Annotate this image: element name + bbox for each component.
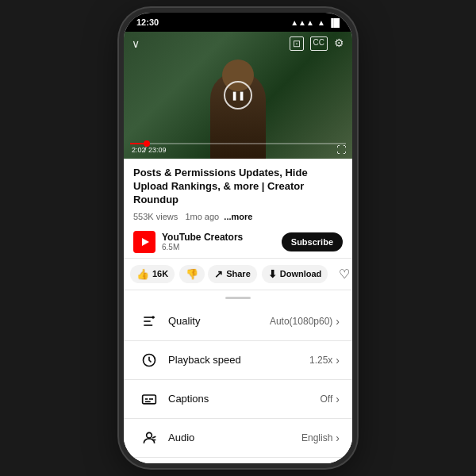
playback-speed-value: 1.25x (309, 355, 332, 366)
video-settings-icon[interactable]: ⚙ (334, 36, 344, 51)
video-progress-bar[interactable] (130, 143, 346, 144)
play-pause-button[interactable]: ❚❚ (224, 81, 252, 109)
download-icon: ⬇ (268, 268, 277, 280)
channel-logo[interactable] (133, 231, 155, 253)
svg-point-9 (147, 432, 152, 438)
audio-chevron-icon: › (336, 432, 340, 444)
subscribe-button[interactable]: Subscribe (282, 232, 343, 251)
captions-icon (136, 391, 162, 407)
video-player[interactable]: ∨ ⊡ CC ⚙ ❚❚ 2:02 / 23:09 ⛶ (124, 32, 352, 159)
phone-frame: 12:30 ▲▲▲ ▲ ▐█ ∨ ⊡ CC ⚙ ❚❚ (119, 8, 357, 468)
like-button[interactable]: 👍 16K (130, 265, 175, 283)
status-icons: ▲▲▲ ▲ ▐█ (290, 18, 340, 27)
share-icon: ↗ (214, 268, 223, 280)
video-progress-fill (130, 143, 148, 144)
quality-value: Auto(1080p60) (270, 316, 332, 327)
action-bar: 👍 16K 👎 ↗ Share ⬇ Download ♡ (124, 258, 352, 290)
video-timestamp: 2:02 (132, 146, 146, 154)
channel-name[interactable]: YouTube Creators (162, 232, 275, 243)
bottom-sheet-menu: Quality Auto(1080p60) › Playback speed 1… (124, 302, 352, 468)
video-top-controls: ∨ ⊡ CC ⚙ (124, 36, 352, 51)
sheet-handle (124, 290, 352, 302)
svg-line-10 (152, 436, 155, 438)
menu-item-additional-settings[interactable]: Additional settings › (124, 458, 352, 468)
menu-item-quality[interactable]: Quality Auto(1080p60) › (124, 302, 352, 340)
video-cast-icon[interactable]: ⊡ (290, 36, 304, 51)
video-back-icon[interactable]: ∨ (132, 37, 140, 50)
menu-item-captions[interactable]: Captions Off › (124, 380, 352, 418)
video-meta: 553K views 1mo ago ...more (124, 210, 352, 226)
wifi-icon: ▲ (317, 18, 325, 27)
battery-icon: ▐█ (328, 18, 340, 27)
sheet-handle-bar (225, 297, 251, 299)
captions-value: Off (321, 393, 333, 405)
status-bar: 12:30 ▲▲▲ ▲ ▐█ (124, 13, 352, 32)
svg-point-3 (152, 316, 154, 318)
video-fullscreen-icon[interactable]: ⛶ (336, 144, 346, 155)
channel-row: YouTube Creators 6.5M Subscribe (124, 226, 352, 258)
share-label: Share (226, 269, 251, 278)
content-area: Posts & Permissions Updates, Hide Upload… (124, 159, 352, 468)
video-title: Posts & Permissions Updates, Hide Upload… (124, 159, 352, 210)
captions-chevron-icon: › (336, 393, 340, 405)
thumbs-up-icon: 👍 (136, 268, 149, 280)
channel-subscribers: 6.5M (162, 243, 275, 251)
captions-label: Captions (162, 393, 321, 405)
youtube-play-icon (142, 238, 149, 246)
more-link[interactable]: ...more (224, 212, 252, 221)
video-duration: / 23:09 (144, 146, 167, 154)
audio-label: Audio (162, 432, 301, 443)
save-button[interactable]: ♡ (332, 263, 356, 285)
status-time: 12:30 (136, 17, 159, 27)
share-button[interactable]: ↗ Share (208, 265, 257, 283)
video-top-right-controls: ⊡ CC ⚙ (290, 36, 344, 51)
channel-info: YouTube Creators 6.5M (162, 232, 275, 251)
pause-icon: ❚❚ (231, 90, 245, 101)
download-button[interactable]: ⬇ Download (262, 265, 328, 283)
download-label: Download (280, 269, 322, 278)
menu-item-audio[interactable]: Audio English › (124, 419, 352, 457)
audio-value: English (301, 432, 332, 443)
dislike-button[interactable]: 👎 (179, 265, 205, 283)
quality-icon (136, 313, 162, 329)
playback-speed-chevron-icon: › (336, 354, 340, 367)
menu-item-playback-speed[interactable]: Playback speed 1.25x › (124, 341, 352, 379)
audio-icon (136, 430, 162, 446)
playback-speed-label: Playback speed (162, 354, 309, 366)
playback-speed-icon (136, 352, 162, 368)
thumbs-down-icon: 👎 (186, 268, 198, 280)
quality-label: Quality (162, 315, 270, 327)
quality-chevron-icon: › (336, 315, 340, 328)
video-cc-icon[interactable]: CC (310, 36, 328, 51)
like-count: 16K (152, 269, 168, 278)
signal-icon: ▲▲▲ (290, 18, 314, 27)
